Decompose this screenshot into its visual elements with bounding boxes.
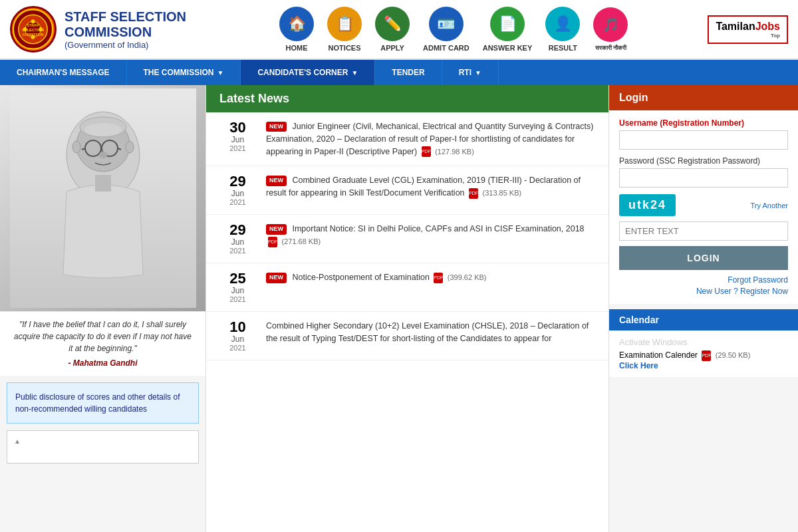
- svg-point-17: [72, 141, 80, 153]
- nav-the-commission[interactable]: THE COMMISSION ▼: [127, 60, 241, 85]
- try-another-link[interactable]: Try Another: [681, 201, 788, 209]
- nav-home[interactable]: 🏠 HOME: [279, 7, 314, 52]
- svg-point-9: [39, 27, 43, 31]
- quote-author: - Mahatma Gandhi: [13, 358, 192, 369]
- tamilan-jobs-badge: TamilanJobs Top: [708, 15, 788, 44]
- rti-arrow: ▼: [475, 69, 481, 76]
- captcha-row: utk24 Try Another: [619, 194, 788, 216]
- latest-news-header: Latest News: [206, 85, 608, 112]
- news-item: 10 Jun 2021 Combined Higher Secondary (1…: [206, 312, 608, 360]
- exam-calendar-text: Examination Calender: [619, 350, 698, 360]
- jobs-text: Jobs: [755, 21, 780, 32]
- new-badge: NEW: [266, 176, 287, 186]
- username-label: Username (Registration Number): [619, 118, 788, 128]
- tamilan-text: Tamilan: [716, 21, 755, 32]
- svg-point-19: [99, 152, 107, 158]
- svg-point-22: [84, 123, 122, 136]
- nav-answer-key[interactable]: 📄 ANSWER KEY: [483, 7, 533, 52]
- nav-result[interactable]: 👤 RESULT: [545, 7, 580, 52]
- admit-card-label: ADMIT CARD: [423, 44, 469, 52]
- news-date: 29 Jun 2021: [219, 174, 256, 206]
- password-input[interactable]: [619, 168, 788, 188]
- news-item: 30 Jun 2021 NEW Junior Engineer (Civil, …: [206, 112, 608, 166]
- news-item: 25 Jun 2021 NEW Notice-Postponement of E…: [206, 263, 608, 312]
- nav-apply[interactable]: ✏️ APPLY: [375, 7, 410, 52]
- notices-icon: 📋: [327, 7, 362, 41]
- pdf-icon: PDF: [268, 237, 277, 247]
- center-content: Latest News 30 Jun 2021 NEW Junior Engin…: [206, 85, 608, 532]
- news-item: 29 Jun 2021 NEW Combined Graduate Level …: [206, 166, 608, 215]
- nav-chairmans-message[interactable]: CHAIRMAN'S MESSAGE: [0, 60, 127, 85]
- home-icon: 🏠: [279, 7, 314, 41]
- news-date: 10 Jun 2021: [219, 320, 256, 352]
- right-sidebar: Login Username (Registration Number) Pas…: [608, 85, 798, 532]
- candidates-arrow: ▼: [351, 69, 358, 76]
- pdf-icon: PDF: [422, 146, 431, 157]
- result-icon: 👤: [545, 7, 580, 41]
- admit-card-icon: 🪪: [429, 7, 464, 41]
- nav-tender[interactable]: TENDER: [375, 60, 442, 85]
- calendar-header: Calendar: [609, 309, 798, 331]
- forgot-password-link[interactable]: Forgot Password: [619, 275, 788, 285]
- org-title: STAFF SELECTION COMMISSION (Government o…: [65, 9, 209, 50]
- svg-text:STAFF: STAFF: [27, 23, 39, 27]
- click-here-link[interactable]: Click Here: [619, 361, 658, 370]
- login-header: Login: [609, 85, 798, 110]
- gandhi-quote: "If I have the belief that I can do it, …: [0, 311, 205, 376]
- info-box[interactable]: Public disclosure of scores and other de…: [7, 382, 199, 424]
- new-badge: NEW: [266, 224, 287, 235]
- scroll-box: ▲: [7, 430, 199, 464]
- nav-icons: 🏠 HOME 📋 NOTICES ✏️ APPLY 🪪 ADMIT CARD 📄…: [209, 7, 698, 52]
- answer-key-label: ANSWER KEY: [483, 44, 533, 52]
- result-label: RESULT: [549, 44, 577, 52]
- nav-rti[interactable]: RTI ▼: [442, 60, 499, 85]
- login-body: Username (Registration Number) Password …: [609, 110, 798, 304]
- org-name: STAFF SELECTION COMMISSION: [65, 9, 209, 40]
- nav-admit-card[interactable]: 🪪 ADMIT CARD: [423, 7, 469, 52]
- news-content[interactable]: NEW Important Notice: SI in Delhi Police…: [266, 223, 595, 248]
- login-box: Login Username (Registration Number) Pas…: [609, 85, 798, 304]
- calendar-file-size: (29.50 KB): [716, 351, 751, 359]
- logo-area: STAFF SELECTION COMMISSION STAFF SELECTI…: [10, 6, 209, 53]
- org-subtitle: (Government of India): [65, 40, 209, 50]
- news-date: 29 Jun 2021: [219, 223, 256, 255]
- pdf-icon: PDF: [469, 188, 478, 199]
- username-input[interactable]: [619, 130, 788, 150]
- news-content[interactable]: NEW Junior Engineer (Civil, Mechanical, …: [266, 120, 595, 158]
- calendar-pdf-icon: PDF: [702, 350, 711, 361]
- notices-label: NOTICES: [329, 44, 361, 52]
- news-content[interactable]: NEW Notice-Postponement of Examination P…: [266, 271, 595, 284]
- news-content[interactable]: Combined Higher Secondary (10+2) Level E…: [266, 320, 595, 345]
- new-badge: NEW: [266, 122, 287, 132]
- news-date: 25 Jun 2021: [219, 271, 256, 303]
- news-date: 30 Jun 2021: [219, 120, 256, 152]
- nav-notices[interactable]: 📋 NOTICES: [327, 7, 362, 52]
- svg-point-7: [31, 35, 35, 39]
- news-item: 29 Jun 2021 NEW Important Notice: SI in …: [206, 215, 608, 263]
- extra-icon: 🎵: [593, 7, 628, 42]
- svg-point-6: [31, 19, 35, 23]
- nav-candidates-corner[interactable]: CANDIDATE'S CORNER ▼: [241, 60, 375, 85]
- nav-extra[interactable]: 🎵 सरकारी नौकरी: [593, 7, 628, 52]
- left-sidebar: "If I have the belief that I can do it, …: [0, 85, 206, 532]
- extra-label: सरकारी नौकरी: [595, 45, 627, 52]
- calendar-body: Activate Windows Examination Calender PD…: [609, 331, 798, 377]
- commission-arrow: ▼: [217, 69, 224, 76]
- captcha-input[interactable]: [619, 221, 788, 241]
- login-button[interactable]: LOGIN: [619, 246, 788, 270]
- pdf-icon: PDF: [434, 273, 443, 283]
- svg-point-8: [23, 27, 27, 31]
- navigation-bar: CHAIRMAN'S MESSAGE THE COMMISSION ▼ CAND…: [0, 60, 798, 85]
- login-links: Forgot Password New User ? Register Now: [619, 275, 788, 296]
- gandhi-image-container: [0, 85, 205, 311]
- apply-icon: ✏️: [375, 7, 410, 41]
- ssc-logo: STAFF SELECTION COMMISSION: [10, 6, 57, 53]
- password-label: Password (SSC Registration Password): [619, 156, 788, 166]
- activate-windows: Activate Windows: [619, 337, 788, 347]
- header: STAFF SELECTION COMMISSION STAFF SELECTI…: [0, 0, 798, 60]
- new-user-link[interactable]: New User ? Register Now: [619, 287, 788, 296]
- news-content[interactable]: NEW Combined Graduate Level (CGL) Examin…: [266, 174, 595, 200]
- calendar-section: Calendar Activate Windows Examination Ca…: [609, 309, 798, 377]
- captcha-image: utk24: [619, 194, 676, 216]
- new-badge: NEW: [266, 273, 287, 283]
